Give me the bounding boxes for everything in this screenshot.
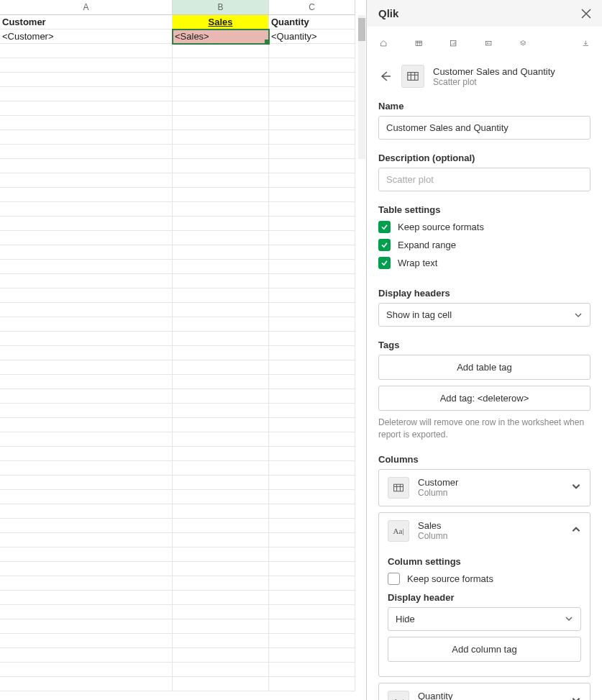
display-header-select[interactable]: Hide	[388, 607, 581, 631]
empty-cell[interactable]	[173, 432, 269, 447]
chart-icon[interactable]	[450, 37, 457, 50]
empty-cell[interactable]	[173, 375, 269, 389]
empty-cell[interactable]	[269, 547, 355, 562]
empty-cell[interactable]	[0, 274, 173, 288]
empty-cell[interactable]	[269, 130, 355, 145]
empty-cell[interactable]	[269, 360, 355, 375]
empty-cell[interactable]	[0, 346, 173, 360]
cell-b1[interactable]: Sales	[173, 15, 269, 29]
empty-cell[interactable]	[173, 447, 269, 461]
empty-cell[interactable]	[269, 303, 355, 317]
empty-cell[interactable]	[269, 418, 355, 432]
add-table-tag-button[interactable]: Add table tag	[378, 355, 590, 380]
empty-cell[interactable]	[0, 432, 173, 447]
empty-cell[interactable]	[0, 130, 173, 145]
layers-icon[interactable]	[519, 37, 527, 50]
empty-cell[interactable]	[173, 217, 269, 231]
vertical-scrollbar[interactable]	[358, 15, 365, 159]
keep-source-formats-checkbox[interactable]	[378, 221, 391, 233]
description-input[interactable]	[378, 168, 590, 191]
empty-cell[interactable]	[0, 288, 173, 303]
expand-range-checkbox[interactable]	[378, 239, 391, 251]
empty-cell[interactable]	[269, 101, 355, 116]
empty-cell[interactable]	[0, 245, 173, 260]
empty-cell[interactable]	[269, 389, 355, 404]
empty-cell[interactable]	[269, 58, 355, 73]
empty-cell[interactable]	[173, 288, 269, 303]
empty-cell[interactable]	[173, 346, 269, 360]
empty-cell[interactable]	[173, 44, 269, 58]
scrollbar-thumb[interactable]	[358, 18, 365, 41]
empty-cell[interactable]	[269, 332, 355, 346]
column-item-sales-header[interactable]: Aa| Sales Column	[379, 513, 590, 549]
empty-cell[interactable]	[173, 130, 269, 145]
empty-cell[interactable]	[269, 490, 355, 504]
empty-cell[interactable]	[0, 217, 173, 231]
empty-cell[interactable]	[269, 260, 355, 274]
empty-cell[interactable]	[173, 260, 269, 274]
empty-cell[interactable]	[269, 677, 355, 691]
empty-cell[interactable]	[269, 605, 355, 619]
empty-cell[interactable]	[173, 519, 269, 533]
col-header-a[interactable]: A	[0, 0, 173, 15]
empty-cell[interactable]	[269, 519, 355, 533]
column-item-customer[interactable]: Customer Column	[378, 469, 590, 506]
empty-cell[interactable]	[0, 145, 173, 159]
empty-cell[interactable]	[0, 562, 173, 576]
empty-cell[interactable]	[0, 476, 173, 490]
empty-cell[interactable]	[0, 576, 173, 591]
wrap-text-checkbox[interactable]	[378, 257, 391, 269]
empty-cell[interactable]	[173, 202, 269, 217]
col-keep-source-checkbox[interactable]	[388, 573, 400, 585]
empty-cell[interactable]	[0, 303, 173, 317]
empty-cell[interactable]	[0, 87, 173, 101]
empty-cell[interactable]	[269, 476, 355, 490]
empty-cell[interactable]	[173, 389, 269, 404]
empty-cell[interactable]	[0, 605, 173, 619]
empty-cell[interactable]	[269, 145, 355, 159]
empty-cell[interactable]	[269, 375, 355, 389]
empty-cell[interactable]	[0, 73, 173, 87]
download-icon[interactable]	[582, 37, 590, 50]
empty-cell[interactable]	[0, 188, 173, 202]
empty-cell[interactable]	[173, 101, 269, 116]
table-icon[interactable]	[415, 37, 423, 50]
empty-cell[interactable]	[173, 87, 269, 101]
variable-icon[interactable]	[485, 37, 493, 50]
home-icon[interactable]	[380, 37, 388, 50]
column-item-quantity[interactable]: Aa| Quantity Column	[378, 683, 590, 700]
empty-cell[interactable]	[269, 44, 355, 58]
empty-cell[interactable]	[173, 605, 269, 619]
empty-cell[interactable]	[0, 159, 173, 173]
empty-cell[interactable]	[173, 145, 269, 159]
empty-cell[interactable]	[0, 101, 173, 116]
empty-cell[interactable]	[173, 274, 269, 288]
empty-cell[interactable]	[0, 619, 173, 634]
empty-cell[interactable]	[0, 591, 173, 605]
empty-cell[interactable]	[173, 317, 269, 332]
empty-cell[interactable]	[269, 159, 355, 173]
empty-cell[interactable]	[269, 562, 355, 576]
empty-cell[interactable]	[269, 634, 355, 648]
empty-cell[interactable]	[0, 44, 173, 58]
empty-cell[interactable]	[173, 461, 269, 476]
empty-cell[interactable]	[0, 260, 173, 274]
close-icon[interactable]	[580, 8, 592, 19]
empty-cell[interactable]	[269, 619, 355, 634]
empty-cell[interactable]	[173, 360, 269, 375]
empty-cell[interactable]	[269, 576, 355, 591]
empty-cell[interactable]	[0, 360, 173, 375]
name-input[interactable]	[378, 116, 590, 140]
empty-cell[interactable]	[173, 591, 269, 605]
cell-a2[interactable]: <Customer>	[0, 29, 173, 44]
empty-cell[interactable]	[269, 87, 355, 101]
empty-cell[interactable]	[269, 461, 355, 476]
empty-cell[interactable]	[269, 173, 355, 188]
empty-cell[interactable]	[173, 562, 269, 576]
display-headers-select[interactable]: Show in tag cell	[378, 303, 590, 327]
empty-cell[interactable]	[173, 619, 269, 634]
empty-cell[interactable]	[0, 317, 173, 332]
empty-cell[interactable]	[0, 375, 173, 389]
empty-cell[interactable]	[269, 346, 355, 360]
empty-cell[interactable]	[173, 418, 269, 432]
